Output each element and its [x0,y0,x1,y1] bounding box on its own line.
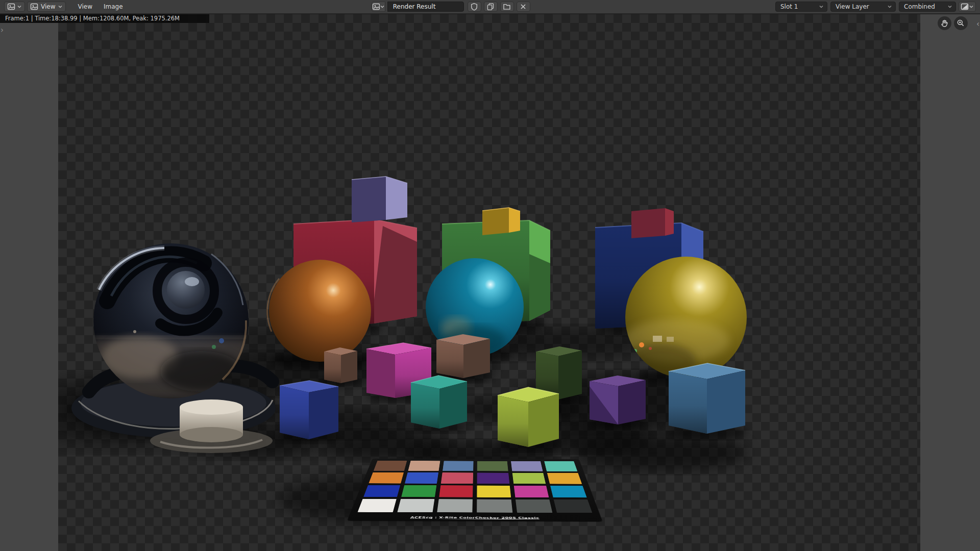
menu-image[interactable]: Image [99,2,128,12]
checker-patch [374,461,407,471]
checker-patch [443,461,474,471]
toolbar-expand-toggle[interactable]: › [1,26,4,35]
menu-view[interactable]: View [73,2,96,12]
checker-patch [437,499,473,512]
yellow-cube [482,208,520,235]
duplicate-icon [488,4,494,10]
checker-patch [511,461,543,471]
sidebar-collapse-toggle[interactable]: ‹ [976,19,979,29]
lime-cube [498,387,559,447]
checker-patch [477,472,509,484]
blue-cube [280,381,338,439]
unlink-image-button[interactable] [517,2,530,12]
purple-cube [590,375,646,424]
viewport-gizmos [938,16,968,30]
chevron-down-icon [969,4,974,9]
zoom-button[interactable] [954,16,968,30]
checker-patch [477,499,512,513]
checker-patch [477,461,508,471]
display-channels-button[interactable] [959,2,976,12]
teal-cube [411,375,467,429]
image-editor-viewport[interactable]: ACEScg : X-Rite ColorChecker 2005 Classi… [0,14,980,551]
checker-patch [441,472,473,484]
colorchecker-patches [358,461,593,513]
pan-button[interactable] [938,16,951,30]
image-alpha-icon [962,4,968,10]
render-info-bar: Frame:1 | Time:18:38.99 | Mem:1208.60M, … [0,14,209,23]
checker-patch [512,473,546,484]
chevron-down-icon [819,4,824,9]
checker-patch [550,486,587,498]
colorchecker-label: ACEScg : X-Rite ColorChecker 2005 Classi… [348,516,602,519]
checker-patch [513,486,549,498]
render-result-image[interactable]: ACEScg : X-Rite ColorChecker 2005 Classi… [58,14,920,551]
brown-small-cube [324,347,357,383]
view-layer-select[interactable]: View Layer [830,2,896,12]
chevron-down-icon [947,4,952,9]
browse-image-button[interactable] [372,2,385,12]
image-editor-icon [8,4,15,10]
editor-type-selector[interactable] [4,2,25,12]
x-icon [521,5,525,9]
steel-blue-cube [669,363,745,434]
folder-icon [504,5,510,10]
zoom-icon [958,20,963,26]
shield-icon [472,4,477,10]
colorchecker-chart: ACEScg : X-Rite ColorChecker 2005 Classi… [347,459,602,521]
checker-patch [516,499,552,513]
brown-cube [436,334,490,378]
image-icon [31,4,38,10]
checker-patch [398,499,435,512]
checker-patch [439,485,473,497]
fake-user-button[interactable] [468,2,481,12]
chevron-down-icon [380,4,385,9]
slot-select[interactable]: Slot 1 [775,2,827,12]
mode-label: View [40,2,56,12]
checker-patch [358,499,397,512]
checker-patch [554,499,593,513]
checker-patch [477,485,511,497]
checker-patch [363,485,400,497]
checker-patch [408,461,440,471]
image-name-field[interactable]: Render Result [387,2,464,12]
checker-patch [405,472,438,484]
checker-patch [544,461,577,471]
image-icon [373,4,379,10]
new-image-button[interactable] [484,2,498,12]
hand-icon [942,20,947,27]
render-info-text: Frame:1 | Time:18:38.99 | Mem:1208.60M, … [5,15,180,22]
checker-patch [369,472,404,484]
checker-patch [547,473,582,484]
slate-purple-cube [352,177,407,222]
render-pass-select[interactable]: Combined [899,2,956,12]
mode-selector[interactable]: View [27,2,66,12]
maroon-cube [631,208,674,238]
checker-patch [401,485,436,497]
chevron-down-icon [58,4,63,9]
open-image-button[interactable] [500,2,514,12]
chevron-down-icon [887,4,892,9]
chevron-down-icon [17,4,22,9]
image-editor-header: View View Image Render Result Slot 1 Vie… [0,0,980,14]
